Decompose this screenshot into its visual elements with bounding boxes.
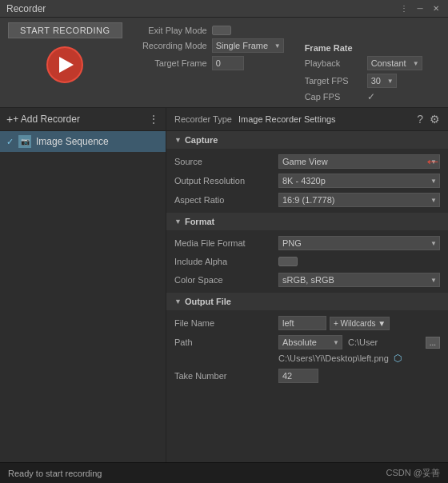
path-short-value: C:\User [348, 337, 422, 347]
format-arrow-icon: ▼ [174, 218, 182, 226]
start-recording-button[interactable]: START RECORDING [8, 22, 122, 38]
frame-rate-header-row: Frame Rate [305, 43, 422, 53]
path-full-value: C:\Users\Yi\Desktop\left.png [278, 353, 389, 363]
toolbar-middle: Exit Play Mode Recording Mode Single Fra… [135, 26, 284, 70]
recorder-type-value: Image Recorder Settings [238, 114, 336, 124]
right-panel: Recorder Type Image Recorder Settings ? … [166, 108, 448, 483]
recorder-item-name: Image Sequence [36, 136, 109, 147]
format-section-label: Format [185, 217, 214, 226]
output-resolution-select[interactable]: 8K - 4320p [278, 174, 440, 188]
target-fps-label: Target FPS [305, 76, 361, 86]
capture-arrow-icon: ▼ [174, 136, 182, 144]
color-space-row: Color Space sRGB, sRGB [166, 270, 448, 289]
media-file-format-label: Media File Format [174, 238, 278, 248]
target-frame-row: Target Frame 0 [135, 56, 284, 70]
exit-play-mode-row: Exit Play Mode [135, 26, 284, 35]
aspect-ratio-row: Aspect Ratio 16:9 (1.7778) [166, 190, 448, 210]
path-mode-select-wrapper: Absolute [278, 335, 342, 349]
path-mode-select[interactable]: Absolute [278, 335, 342, 349]
more-options-icon[interactable]: ⋮ [148, 113, 159, 126]
format-section-header[interactable]: ▼ Format [166, 213, 448, 230]
target-fps-row: Target FPS 30 [305, 74, 422, 88]
recorder-check-icon: ✓ [6, 137, 14, 147]
minimize-button[interactable]: ─ [414, 3, 426, 14]
target-frame-input[interactable]: 0 [212, 56, 244, 70]
cap-fps-label: Cap FPS [305, 92, 361, 102]
target-frame-label: Target Frame [135, 58, 207, 68]
status-brand: CSDN @妥善 [386, 467, 440, 479]
source-select[interactable]: Game View [278, 154, 440, 169]
playback-select[interactable]: Constant [367, 56, 422, 70]
right-panel-header: Recorder Type Image Recorder Settings ? … [166, 108, 448, 131]
capture-section-label: Capture [185, 135, 218, 145]
status-bar: Ready to start recording CSDN @妥善 [0, 462, 448, 483]
media-file-format-select[interactable]: PNG [278, 236, 440, 250]
format-section-body: Media File Format PNG Include Alpha Colo… [166, 230, 448, 293]
add-recorder-bar[interactable]: + + Add Recorder ⋮ [0, 108, 166, 131]
settings-icon[interactable]: ⚙ [430, 113, 440, 126]
take-number-label: Take Number [174, 371, 278, 381]
add-recorder-left: + + Add Recorder [6, 113, 80, 126]
exit-play-mode-label: Exit Play Mode [135, 26, 207, 35]
output-resolution-label: Output Resolution [174, 176, 278, 186]
output-resolution-select-wrapper: 8K - 4320p [278, 174, 440, 188]
include-alpha-row: Include Alpha [166, 253, 448, 270]
toolbar-play-section: START RECORDING [8, 22, 122, 83]
path-row: Path Absolute C:\User ... [166, 333, 448, 352]
media-file-format-select-wrapper: PNG [278, 236, 440, 250]
cap-fps-row: Cap FPS ✓ [305, 91, 422, 102]
take-number-row: Take Number 42 [166, 366, 448, 385]
media-file-format-row: Media File Format PNG [166, 234, 448, 253]
right-header-icons: ? ⚙ [417, 113, 440, 126]
cap-fps-check: ✓ [367, 91, 375, 102]
output-resolution-row: Output Resolution 8K - 4320p [166, 171, 448, 190]
toolbar-right: Frame Rate Playback Constant Target FPS … [305, 43, 422, 102]
path-full-row: C:\Users\Yi\Desktop\left.png ⬡ [166, 352, 448, 366]
aspect-ratio-select[interactable]: 16:9 (1.7778) [278, 193, 440, 207]
recorder-type-row: Recorder Type Image Recorder Settings [174, 114, 336, 124]
file-name-input[interactable]: left [278, 316, 326, 330]
source-select-wrapper: Game View [278, 154, 440, 169]
recording-mode-select[interactable]: Single Frame [212, 38, 284, 53]
play-icon [59, 57, 74, 73]
capture-section-header[interactable]: ▼ Capture [166, 131, 448, 149]
help-icon[interactable]: ? [417, 113, 423, 126]
frame-rate-label: Frame Rate [305, 43, 361, 53]
recorder-item[interactable]: ✓ 📷 Image Sequence [0, 131, 166, 152]
capture-section-body: Source Game View ← Output Resolution 8K … [166, 149, 448, 213]
playback-row: Playback Constant [305, 56, 422, 70]
more-icon[interactable]: ⋮ [398, 3, 410, 14]
source-label: Source [174, 157, 278, 166]
title-bar-left: Recorder [6, 3, 46, 14]
path-browse-button[interactable]: ... [426, 337, 440, 349]
file-name-label: File Name [174, 318, 278, 328]
exit-play-mode-toggle[interactable] [212, 26, 231, 35]
wildcards-button[interactable]: + Wildcards ▼ [330, 317, 390, 330]
file-name-row: File Name left + Wildcards ▼ [166, 313, 448, 333]
color-space-select-wrapper: sRGB, sRGB [278, 273, 440, 287]
playback-select-wrapper: Constant [367, 56, 422, 70]
target-fps-select[interactable]: 30 [367, 74, 397, 88]
open-folder-icon[interactable]: ⬡ [394, 353, 402, 364]
output-file-arrow-icon: ▼ [174, 297, 182, 305]
color-space-select[interactable]: sRGB, sRGB [278, 273, 440, 287]
main-content: + + Add Recorder ⋮ ✓ 📷 Image Sequence Re… [0, 108, 448, 483]
include-alpha-label: Include Alpha [174, 257, 278, 266]
take-number-input[interactable]: 42 [278, 369, 318, 383]
plus-icon: + [6, 113, 13, 126]
close-button[interactable]: ✕ [430, 3, 442, 14]
color-space-label: Color Space [174, 275, 278, 285]
title-bar-title: Recorder [6, 3, 46, 14]
path-label: Path [174, 337, 278, 347]
title-bar-controls: ⋮ ─ ✕ [398, 3, 442, 14]
recording-mode-row: Recording Mode Single Frame [135, 38, 284, 53]
play-button[interactable] [46, 46, 83, 83]
status-text: Ready to start recording [8, 469, 102, 478]
source-row: Source Game View ← [166, 152, 448, 171]
title-bar: Recorder ⋮ ─ ✕ [0, 0, 448, 18]
include-alpha-toggle[interactable] [278, 257, 298, 266]
aspect-ratio-select-wrapper: 16:9 (1.7778) [278, 193, 440, 207]
output-file-section-label: Output File [185, 297, 231, 306]
output-file-section-header[interactable]: ▼ Output File [166, 293, 448, 310]
aspect-ratio-label: Aspect Ratio [174, 195, 278, 205]
